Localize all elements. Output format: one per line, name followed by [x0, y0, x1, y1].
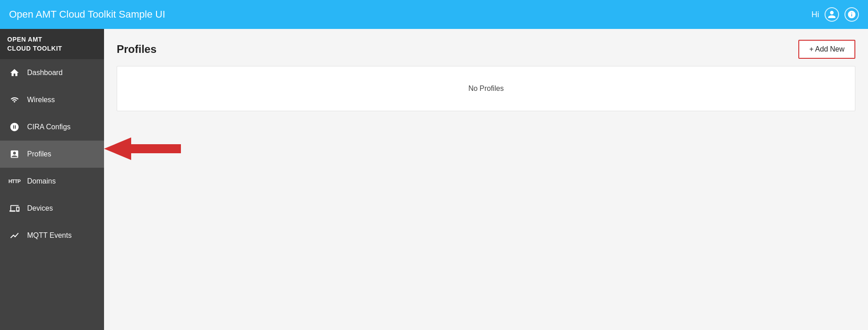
add-new-button[interactable]: + Add New — [798, 40, 855, 59]
sidebar-item-dashboard[interactable]: Dashboard — [0, 59, 104, 86]
sidebar-item-wireless[interactable]: Wireless — [0, 86, 104, 113]
sidebar-item-profiles[interactable]: Profiles — [0, 141, 104, 168]
profiles-content-card: No Profiles — [117, 66, 855, 111]
app-title: Open AMT Cloud Toolkit Sample UI — [9, 9, 811, 20]
sidebar-label-profiles: Profiles — [27, 150, 51, 158]
main-content: Profiles + Add New No Profiles — [104, 29, 868, 330]
devices-icon — [9, 203, 20, 214]
info-icon[interactable] — [844, 7, 859, 22]
page-header: Profiles + Add New — [117, 40, 855, 59]
sidebar: OPEN AMT CLOUD TOOLKIT Dashboard Wireles… — [0, 29, 104, 330]
empty-message: No Profiles — [468, 85, 503, 93]
sidebar-brand: OPEN AMT CLOUD TOOLKIT — [0, 29, 104, 59]
hi-label: Hi — [811, 10, 819, 19]
red-arrow-annotation — [104, 135, 181, 164]
home-icon — [9, 67, 20, 78]
sidebar-label-devices: Devices — [27, 204, 53, 212]
svg-marker-0 — [104, 137, 181, 160]
http-icon: HTTP — [9, 176, 20, 187]
cira-icon — [9, 122, 20, 132]
sidebar-item-mqtt-events[interactable]: MQTT Events — [0, 222, 104, 249]
page-title: Profiles — [117, 43, 157, 56]
header-right: Hi — [811, 7, 859, 22]
sidebar-label-mqtt: MQTT Events — [27, 231, 71, 240]
sidebar-label-domains: Domains — [27, 177, 56, 185]
app-header: Open AMT Cloud Toolkit Sample UI Hi — [0, 0, 868, 29]
sidebar-item-devices[interactable]: Devices — [0, 195, 104, 222]
sidebar-item-domains[interactable]: HTTP Domains — [0, 168, 104, 195]
sidebar-label-dashboard: Dashboard — [27, 69, 62, 77]
body-layout: OPEN AMT CLOUD TOOLKIT Dashboard Wireles… — [0, 29, 868, 330]
user-avatar-icon[interactable] — [825, 7, 839, 22]
profile-icon — [9, 149, 20, 160]
sidebar-label-wireless: Wireless — [27, 96, 55, 104]
sidebar-label-cira: CIRA Configs — [27, 123, 71, 131]
mqtt-icon — [9, 230, 20, 241]
wifi-icon — [9, 94, 20, 105]
sidebar-item-cira-configs[interactable]: CIRA Configs — [0, 113, 104, 141]
